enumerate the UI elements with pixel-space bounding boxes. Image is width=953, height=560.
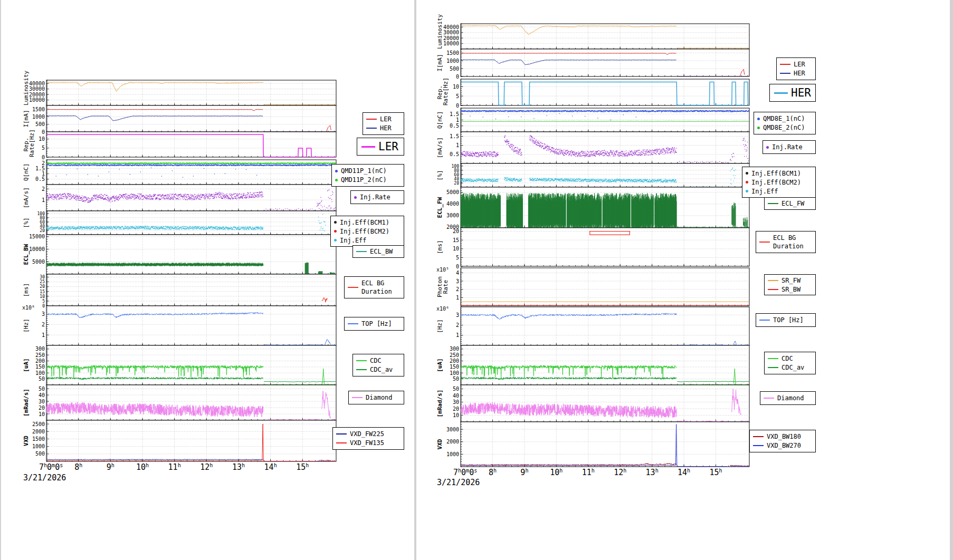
svg-text:40: 40 — [453, 393, 459, 399]
left-panel-legend-top-rate: TOP [Hz] — [344, 317, 404, 331]
legend-entry: Inj.Eff(BCM2) — [334, 227, 401, 236]
right-panel-axis-hour-8: 8h — [489, 468, 497, 477]
legend-entry: ECL_FW — [768, 199, 812, 208]
right-panel-photon-rate-ylabel: Photon Rate — [437, 268, 449, 306]
svg-text:4000: 4000 — [446, 201, 459, 207]
legend-entry-label: CDC — [370, 356, 382, 365]
svg-text:50: 50 — [453, 376, 459, 382]
legend-entry: CDC_av — [768, 363, 812, 372]
svg-text:2: 2 — [456, 286, 459, 292]
legend-marker-line — [366, 128, 377, 129]
legend-entry: CDC — [356, 356, 401, 365]
right-panel-axis-hour-9: 9h — [520, 468, 528, 477]
legend-entry-label: Inj.Eff(BCM1) — [751, 169, 801, 178]
legend-entry-label: Inj.Eff(BCM1) — [340, 218, 389, 227]
svg-text:100: 100 — [450, 370, 459, 376]
legend-marker-line — [352, 397, 363, 398]
legend-entry: SR_FW — [768, 276, 812, 285]
svg-text:1: 1 — [456, 117, 459, 123]
left-panel-legend-charge: QMD11P_1(nC)QMD11P_2(nC) — [331, 164, 404, 187]
legend-entry-label: ECL_BW — [370, 247, 393, 256]
legend-marker-line — [336, 433, 347, 435]
legend-entry: LER — [366, 115, 401, 124]
right-panel-legend-top-rate: TOP [Hz] — [756, 313, 816, 327]
legend-entry-label: ECL_FW — [782, 199, 804, 208]
right-panel-ecl-bg-duration-plot: 20151050 — [429, 225, 754, 270]
legend-entry-label: Inj.Rate — [772, 143, 803, 151]
svg-text:10: 10 — [453, 246, 459, 252]
svg-text:0.5: 0.5 — [450, 151, 459, 157]
legend-entry-label: LER — [380, 115, 392, 123]
legend-entry-label: Inj.Eff — [340, 236, 367, 245]
legend-marker-line — [768, 358, 778, 359]
svg-text:20000: 20000 — [443, 35, 459, 41]
legend-marker-dot — [335, 170, 338, 172]
legend-entry: HER — [780, 69, 812, 78]
right-panel-legend-vxd: VXD_BW180VXD_BW270 — [749, 430, 816, 452]
svg-text:1: 1 — [456, 295, 459, 301]
legend-marker-line — [780, 73, 790, 74]
svg-text:500: 500 — [450, 66, 459, 72]
legend-marker-line — [348, 323, 358, 324]
svg-text:20: 20 — [453, 406, 459, 412]
right-panel-legend-charge: QMD8E_1(nC)QMD8E_2(nC) — [754, 112, 816, 134]
right-panel-top-rate-scale-label: x10⁶ — [436, 306, 449, 312]
legend-entry-label: QMD11P_1(nC) — [341, 167, 387, 175]
svg-text:3: 3 — [456, 312, 459, 318]
legend-entry: QMD11P_2(nC) — [335, 176, 401, 185]
left-panel-legend-diamond: Diamond — [348, 391, 404, 404]
legend-marker-dot — [334, 221, 337, 224]
legend-entry: Diamond — [764, 394, 812, 403]
legend-marker-line — [780, 64, 790, 65]
legend-entry: Inj.Rate — [766, 143, 812, 152]
date-label-right: 3/21/2026 — [437, 478, 480, 487]
legend-entry-label: SR_BW — [782, 285, 800, 294]
legend-marker-dot — [766, 146, 769, 149]
svg-text:4: 4 — [456, 270, 459, 276]
right-panel-legend-photon-rate: SR_FWSR_BW — [764, 274, 816, 295]
legend-marker-dot — [757, 118, 760, 120]
legend-entry-label: CDC_av — [782, 363, 804, 372]
right-panel-axis-hour-12: 12h — [614, 468, 626, 477]
legend-entry-label: TOP [Hz] — [773, 316, 804, 324]
legend-entry: HER — [774, 86, 811, 100]
date-label-left: 3/21/2026 — [23, 473, 66, 482]
legend-entry-label: SR_FW — [782, 276, 800, 285]
right-panel-axis-hour-11: 11h — [582, 468, 595, 477]
legend-marker-line — [759, 242, 770, 243]
right-panel-diamond-ylabel: [mRad/s] — [437, 385, 443, 422]
svg-text:0.5: 0.5 — [450, 123, 459, 129]
legend-marker-dot — [334, 230, 337, 233]
beam-background-monitor: 40000300002000010000Luminosity1500100050… — [0, 0, 953, 560]
legend-entry-label: QMD11P_2(nC) — [341, 176, 387, 184]
legend-entry-label: TOP [Hz] — [361, 320, 392, 328]
svg-text:2: 2 — [456, 322, 459, 328]
right-panel-axis-hour-14: 14h — [678, 468, 690, 477]
legend-entry-label: ECL BG Duration — [361, 279, 392, 296]
right-panel-legend-inj-eff: Inj.Eff(BCM1)Inj.Eff(BCM2)Inj.Eff — [742, 167, 816, 198]
legend-marker-line — [774, 92, 788, 94]
svg-text:40000: 40000 — [443, 24, 459, 30]
legend-entry-label: HER — [791, 89, 811, 97]
legend-entry: QMD8E_2(nC) — [757, 123, 812, 132]
svg-text:10: 10 — [453, 84, 459, 90]
svg-text:1.5: 1.5 — [450, 111, 459, 117]
legend-entry: Diamond — [352, 393, 401, 402]
legend-entry: Inj.Eff(BCM1) — [334, 218, 401, 227]
legend-entry-label: HER — [794, 69, 805, 78]
legend-marker-dot — [746, 181, 748, 184]
svg-text:3000: 3000 — [446, 427, 459, 432]
legend-entry-label: Inj.Eff(BCM2) — [751, 178, 801, 187]
legend-entry: Inj.Eff — [334, 236, 401, 245]
right-panel-inj-rate-ylabel: [mA/s] — [437, 132, 443, 163]
legend-entry-label: VXD_FW225 — [350, 430, 384, 438]
legend-marker-line — [768, 289, 778, 290]
legend-entry-label: QMD8E_2(nC) — [763, 123, 805, 132]
legend-marker-dot — [335, 179, 338, 181]
left-panel-legend-vxd: VXD_FW225VXD_FW135 — [332, 427, 404, 450]
svg-text:300: 300 — [450, 346, 459, 352]
legend-entry-label: Inj.Rate — [360, 193, 390, 201]
legend-marker-line — [361, 146, 375, 148]
legend-entry: LER — [361, 140, 399, 153]
right-panel-vxd-ylabel: VXD — [437, 422, 443, 467]
